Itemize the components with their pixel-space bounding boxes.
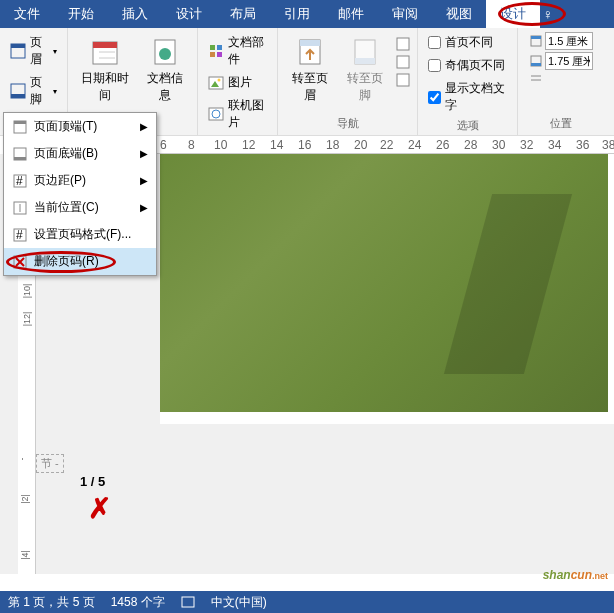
dd-format-page-numbers[interactable]: # 设置页码格式(F)... <box>4 221 156 248</box>
footer-bottom-spinner[interactable] <box>529 52 593 70</box>
status-page[interactable]: 第 1 页，共 5 页 <box>8 594 95 611</box>
red-x-mark: ✗ <box>88 492 111 525</box>
next-icon[interactable] <box>395 54 411 70</box>
ruler-mark: 28 <box>464 138 477 152</box>
first-page-diff-checkbox[interactable]: 首页不同 <box>424 32 511 53</box>
odd-even-diff-label: 奇偶页不同 <box>445 57 505 74</box>
vruler-mark: - <box>17 458 27 461</box>
header-top-spinner[interactable] <box>529 32 593 50</box>
arrow-right-icon: ▶ <box>140 202 148 213</box>
doc-info-label: 文档信息 <box>145 70 185 104</box>
doc-info-icon <box>149 36 181 68</box>
document-page[interactable] <box>160 154 614 424</box>
vruler-mark: |2| <box>20 494 30 504</box>
ribbon-group-position: 位置 <box>518 28 604 135</box>
align-tab-icon <box>529 72 543 86</box>
menu-review[interactable]: 审阅 <box>378 0 432 28</box>
ruler-mark: 20 <box>354 138 367 152</box>
odd-even-diff-input[interactable] <box>428 59 441 72</box>
menubar: 文件 开始 插入 设计 布局 引用 邮件 审阅 视图 设计 ♀ <box>0 0 614 28</box>
menu-references[interactable]: 引用 <box>270 0 324 28</box>
dd-remove-page-numbers[interactable]: 删除页码(R) <box>4 248 156 275</box>
show-doc-text-input[interactable] <box>428 91 441 104</box>
vruler-mark: |10| <box>22 284 32 299</box>
svg-rect-24 <box>355 58 375 64</box>
svg-rect-29 <box>531 36 541 39</box>
chevron-down-icon: ▾ <box>53 47 57 56</box>
ruler-mark: 8 <box>188 138 195 152</box>
ruler-mark: 34 <box>548 138 561 152</box>
page-bottom-icon <box>12 146 28 162</box>
vruler-mark: |4| <box>20 550 30 560</box>
first-page-diff-label: 首页不同 <box>445 34 493 51</box>
dd-page-margins[interactable]: # 页边距(P) ▶ <box>4 167 156 194</box>
date-time-button[interactable]: 日期和时间 <box>74 32 135 108</box>
doc-parts-icon <box>208 43 224 59</box>
online-picture-button[interactable]: 联机图片 <box>204 95 271 133</box>
ruler-mark: 18 <box>326 138 339 152</box>
dd-page-top-label: 页面顶端(T) <box>34 118 97 135</box>
goto-footer-label: 转至页脚 <box>346 70 386 104</box>
menu-insert[interactable]: 插入 <box>108 0 162 28</box>
svg-rect-25 <box>397 38 409 50</box>
ruler-mark: 32 <box>520 138 533 152</box>
options-group-label: 选项 <box>457 116 479 133</box>
menu-mailings[interactable]: 邮件 <box>324 0 378 28</box>
dd-current-position[interactable]: 当前位置(C) ▶ <box>4 194 156 221</box>
menu-view[interactable]: 视图 <box>432 0 486 28</box>
header-top-input[interactable] <box>545 32 593 50</box>
goto-header-icon <box>294 36 326 68</box>
dd-page-bottom[interactable]: 页面底端(B) ▶ <box>4 140 156 167</box>
svg-rect-47 <box>182 597 194 607</box>
dd-page-top[interactable]: 页面顶端(T) ▶ <box>4 113 156 140</box>
svg-rect-12 <box>210 45 215 50</box>
svg-point-11 <box>159 48 171 60</box>
status-language-icon <box>181 595 195 609</box>
status-words[interactable]: 1458 个字 <box>111 594 165 611</box>
section-break-indicator: 节 - <box>36 454 64 473</box>
ribbon-group-options: 首页不同 奇偶页不同 显示文档文字 选项 <box>418 28 518 135</box>
page-margins-icon: # <box>12 173 28 189</box>
menu-file[interactable]: 文件 <box>0 0 54 28</box>
watermark: shancun.net <box>543 559 608 585</box>
doc-parts-button[interactable]: 文档部件 <box>204 32 271 70</box>
ruler-mark: 6 <box>160 138 167 152</box>
footer-bottom-input[interactable] <box>545 52 593 70</box>
picture-label: 图片 <box>228 74 252 91</box>
header-button[interactable]: 页眉 ▾ <box>6 32 61 70</box>
first-page-diff-input[interactable] <box>428 36 441 49</box>
ruler-mark: 24 <box>408 138 421 152</box>
svg-rect-7 <box>93 42 117 48</box>
page-top-icon <box>12 119 28 135</box>
menu-design[interactable]: 设计 <box>162 0 216 28</box>
align-tab-button[interactable] <box>529 72 593 86</box>
position-group-label: 位置 <box>550 114 572 131</box>
menu-home[interactable]: 开始 <box>54 0 108 28</box>
footer-icon <box>10 83 26 99</box>
tell-me-icon[interactable]: ♀ <box>540 6 556 22</box>
page-number-field[interactable]: 1 / 5 <box>80 474 105 489</box>
show-doc-text-label: 显示文档文字 <box>445 80 507 114</box>
menu-layout[interactable]: 布局 <box>216 0 270 28</box>
date-time-label: 日期和时间 <box>80 70 129 104</box>
goto-header-button[interactable]: 转至页眉 <box>284 32 336 108</box>
odd-even-diff-checkbox[interactable]: 奇偶页不同 <box>424 55 511 76</box>
svg-rect-31 <box>531 63 541 66</box>
link-icon[interactable] <box>395 72 411 88</box>
picture-button[interactable]: 图片 <box>204 72 271 93</box>
footer-button[interactable]: 页脚 ▾ <box>6 72 61 110</box>
arrow-right-icon: ▶ <box>140 121 148 132</box>
ribbon-group-insert2: 文档部件 图片 联机图片 <box>198 28 278 135</box>
show-doc-text-checkbox[interactable]: 显示文档文字 <box>424 78 511 116</box>
doc-info-button[interactable]: 文档信息 <box>139 32 191 108</box>
document-image[interactable] <box>160 154 608 412</box>
nav-group-label: 导航 <box>337 114 359 131</box>
ruler-mark: 14 <box>270 138 283 152</box>
goto-footer-button[interactable]: 转至页脚 <box>340 32 392 108</box>
prev-icon[interactable] <box>395 36 411 52</box>
goto-footer-icon <box>349 36 381 68</box>
menu-design-tools[interactable]: 设计 <box>486 0 540 28</box>
arrow-right-icon: ▶ <box>140 148 148 159</box>
watermark-net: .net <box>592 571 608 581</box>
status-language[interactable]: 中文(中国) <box>211 594 267 611</box>
